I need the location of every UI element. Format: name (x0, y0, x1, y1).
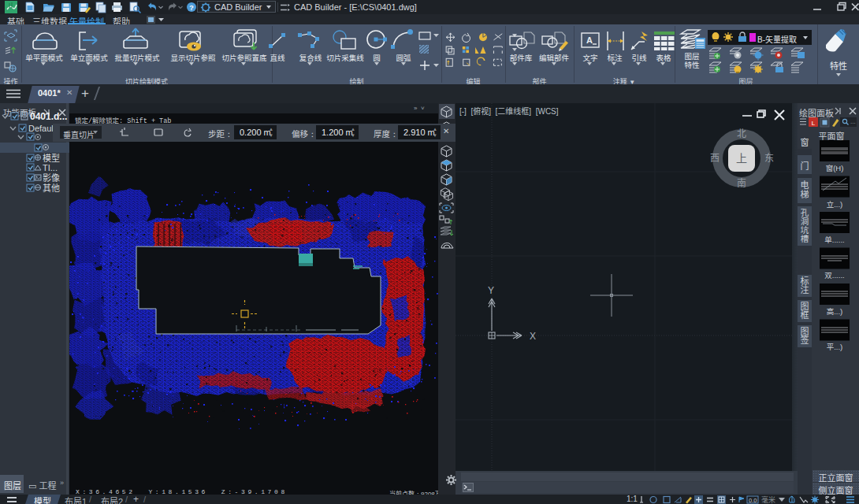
svg-text:南: 南 (737, 177, 746, 189)
svg-text:Default: Default (28, 124, 56, 133)
svg-text:?: ? (189, 4, 194, 12)
svg-text:A: A (586, 35, 593, 45)
svg-text:Y: Y (488, 285, 494, 296)
svg-text:北: 北 (737, 128, 746, 139)
svg-text:模型: 模型 (43, 153, 60, 163)
svg-text:0401.d...: 0401.d... (30, 112, 67, 122)
svg-text:东: 东 (764, 153, 774, 164)
svg-text:其他: 其他 (43, 183, 60, 193)
svg-text:西: 西 (710, 153, 720, 164)
svg-text:0.0: 0.0 (749, 497, 757, 504)
svg-text:X: X (530, 331, 536, 342)
svg-text:毫米: 毫米 (761, 495, 775, 504)
svg-text:L: L (812, 120, 816, 127)
svg-text:TI...: TI... (43, 163, 58, 172)
svg-text:...: ... (850, 118, 856, 125)
svg-text:影像: 影像 (43, 173, 60, 183)
svg-text:上: 上 (736, 152, 747, 165)
